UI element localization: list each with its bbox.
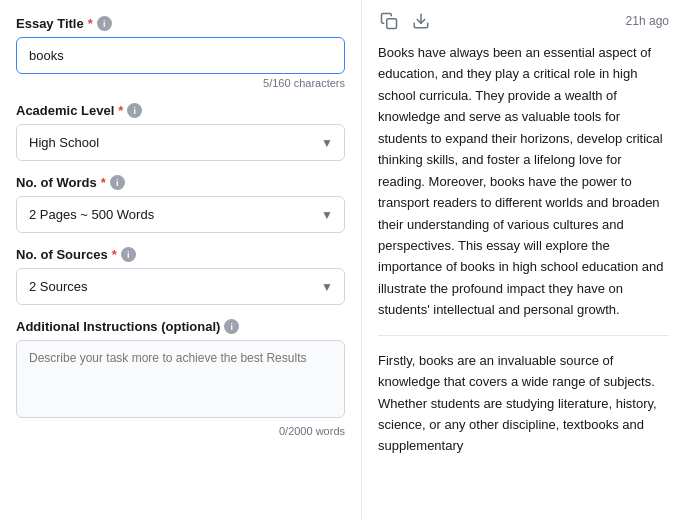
essay-title-input[interactable] [16,37,345,74]
no-of-sources-label: No. of Sources* i [16,247,345,262]
header-icons [378,10,432,32]
academic-level-group: Academic Level* i High School Undergradu… [16,103,345,161]
no-of-sources-select-wrapper: 2 Sources 3 Sources 5 Sources 10 Sources… [16,268,345,305]
copy-icon[interactable] [378,10,400,32]
svg-rect-0 [387,19,397,29]
paragraph-divider [378,335,669,336]
additional-instructions-textarea[interactable] [16,340,345,418]
word-count: 0/2000 words [16,425,345,437]
essay-title-label: Essay Title* i [16,16,345,31]
academic-level-label: Academic Level* i [16,103,345,118]
no-of-words-label: No. of Words* i [16,175,345,190]
timestamp: 21h ago [626,14,669,28]
additional-instructions-label: Additional Instructions (optional) i [16,319,345,334]
no-of-words-info-icon[interactable]: i [110,175,125,190]
academic-level-select-wrapper: High School Undergraduate Graduate PhD ▼ [16,124,345,161]
no-of-sources-select[interactable]: 2 Sources 3 Sources 5 Sources 10 Sources [16,268,345,305]
no-of-words-select-wrapper: 2 Pages ~ 500 Words 1 Page ~ 250 Words 3… [16,196,345,233]
essay-title-info-icon[interactable]: i [97,16,112,31]
no-of-sources-group: No. of Sources* i 2 Sources 3 Sources 5 … [16,247,345,305]
right-panel: 21h ago Books have always been an essent… [362,0,685,519]
additional-instructions-info-icon[interactable]: i [224,319,239,334]
download-icon[interactable] [410,10,432,32]
left-panel: Essay Title* i 5/160 characters Academic… [0,0,362,519]
no-of-sources-info-icon[interactable]: i [121,247,136,262]
essay-paragraph-1: Books have always been an essential aspe… [378,42,669,321]
essay-title-group: Essay Title* i 5/160 characters [16,16,345,89]
no-of-words-select[interactable]: 2 Pages ~ 500 Words 1 Page ~ 250 Words 3… [16,196,345,233]
academic-level-select[interactable]: High School Undergraduate Graduate PhD [16,124,345,161]
right-header: 21h ago [378,10,669,32]
essay-content: Books have always been an essential aspe… [378,42,669,457]
essay-paragraph-2: Firstly, books are an invaluable source … [378,350,669,457]
char-count: 5/160 characters [16,77,345,89]
no-of-words-group: No. of Words* i 2 Pages ~ 500 Words 1 Pa… [16,175,345,233]
academic-level-info-icon[interactable]: i [127,103,142,118]
additional-instructions-group: Additional Instructions (optional) i 0/2… [16,319,345,437]
